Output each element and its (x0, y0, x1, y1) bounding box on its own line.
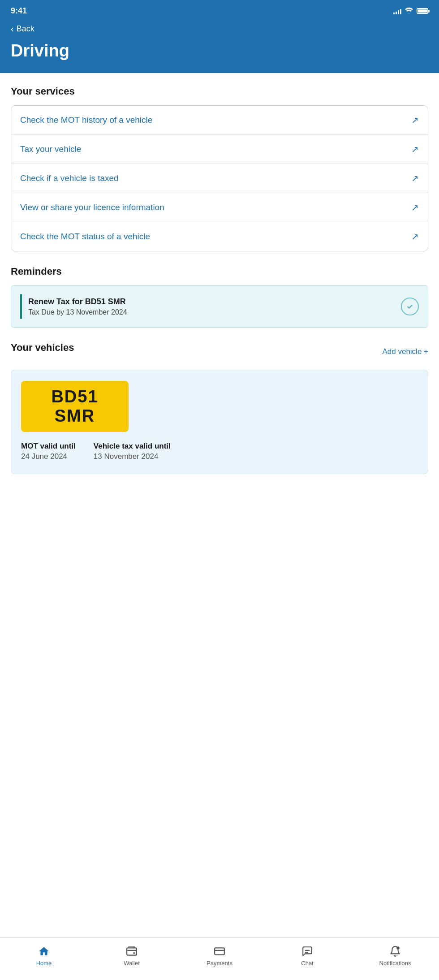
wifi-icon (405, 7, 413, 15)
service-item-tax-vehicle-label: Tax your vehicle (20, 144, 81, 154)
back-chevron-icon: ‹ (11, 24, 14, 34)
back-label: Back (17, 24, 34, 34)
status-time: 9:41 (11, 6, 27, 16)
services-section-title: Your services (11, 86, 428, 97)
service-item-licence-label: View or share your licence information (20, 203, 164, 212)
reminders-section: Reminders Renew Tax for BD51 SMR Tax Due… (11, 266, 428, 328)
payments-icon (213, 945, 226, 958)
bottom-nav: Home Wallet Payments (0, 937, 439, 980)
service-item-mot-status-label: Check the MOT status of a vehicle (20, 232, 150, 242)
mot-label: MOT valid until (21, 442, 76, 451)
service-item-mot-history[interactable]: Check the MOT history of a vehicle ↗ (11, 106, 428, 135)
reminders-section-title: Reminders (11, 266, 428, 277)
back-button[interactable]: ‹ Back (11, 24, 34, 34)
home-icon (38, 945, 50, 958)
svg-rect-1 (133, 952, 135, 954)
main-content: Your services Check the MOT history of a… (0, 73, 439, 937)
service-item-tax-vehicle[interactable]: Tax your vehicle ↗ (11, 135, 428, 164)
vehicles-section: Your vehicles Add vehicle + BD51 SMR MOT… (11, 342, 428, 474)
external-link-icon-1: ↗ (411, 144, 419, 155)
nav-label-notifications: Notifications (379, 960, 411, 967)
mot-date: 24 June 2024 (21, 452, 76, 461)
reminder-content: Renew Tax for BD51 SMR Tax Due by 13 Nov… (28, 297, 395, 316)
nav-item-payments[interactable]: Payments (176, 942, 263, 969)
nav-item-chat[interactable]: Chat (263, 942, 351, 969)
chat-icon (301, 945, 314, 958)
service-item-mot-history-label: Check the MOT history of a vehicle (20, 115, 152, 125)
reminder-accent-bar (20, 294, 22, 319)
service-item-licence[interactable]: View or share your licence information ↗ (11, 193, 428, 222)
tax-info: Vehicle tax valid until 13 November 2024 (94, 442, 171, 461)
page-title: Driving (11, 41, 428, 60)
service-item-mot-status[interactable]: Check the MOT status of a vehicle ↗ (11, 222, 428, 251)
services-card: Check the MOT history of a vehicle ↗ Tax… (11, 105, 428, 251)
vehicle-info-row: MOT valid until 24 June 2024 Vehicle tax… (21, 442, 418, 461)
svg-rect-0 (127, 948, 137, 955)
nav-item-wallet[interactable]: Wallet (88, 942, 176, 969)
add-vehicle-button[interactable]: Add vehicle + (382, 347, 428, 356)
external-link-icon-0: ↗ (411, 115, 419, 125)
reminder-subtitle: Tax Due by 13 November 2024 (28, 308, 395, 316)
service-item-check-taxed-label: Check if a vehicle is taxed (20, 173, 119, 183)
vehicle-card[interactable]: BD51 SMR MOT valid until 24 June 2024 Ve… (11, 370, 428, 474)
nav-label-payments: Payments (207, 960, 232, 967)
number-plate: BD51 SMR (21, 381, 129, 432)
mot-info: MOT valid until 24 June 2024 (21, 442, 76, 461)
status-icons (393, 7, 428, 15)
service-item-check-taxed[interactable]: Check if a vehicle is taxed ↗ (11, 164, 428, 193)
battery-icon (417, 8, 428, 14)
number-plate-text: BD51 SMR (51, 387, 98, 425)
external-link-icon-2: ↗ (411, 173, 419, 184)
wallet-icon (125, 945, 138, 958)
external-link-icon-3: ↗ (411, 202, 419, 213)
reminder-check-icon (401, 298, 419, 315)
nav-item-notifications[interactable]: Notifications (351, 942, 439, 969)
vehicles-section-title: Your vehicles (11, 342, 74, 354)
nav-label-wallet: Wallet (124, 960, 140, 967)
notifications-icon (389, 945, 401, 958)
nav-label-home: Home (36, 960, 52, 967)
tax-label: Vehicle tax valid until (94, 442, 171, 451)
nav-item-home[interactable]: Home (0, 942, 88, 969)
svg-point-7 (396, 946, 400, 950)
reminder-card[interactable]: Renew Tax for BD51 SMR Tax Due by 13 Nov… (11, 285, 428, 328)
nav-label-chat: Chat (301, 960, 313, 967)
external-link-icon-4: ↗ (411, 231, 419, 242)
status-bar: 9:41 (0, 0, 439, 20)
header: ‹ Back Driving (0, 20, 439, 73)
reminder-title: Renew Tax for BD51 SMR (28, 297, 395, 307)
vehicles-header: Your vehicles Add vehicle + (11, 342, 428, 362)
svg-rect-3 (215, 948, 224, 954)
signal-icon (393, 8, 401, 14)
tax-date: 13 November 2024 (94, 452, 171, 461)
